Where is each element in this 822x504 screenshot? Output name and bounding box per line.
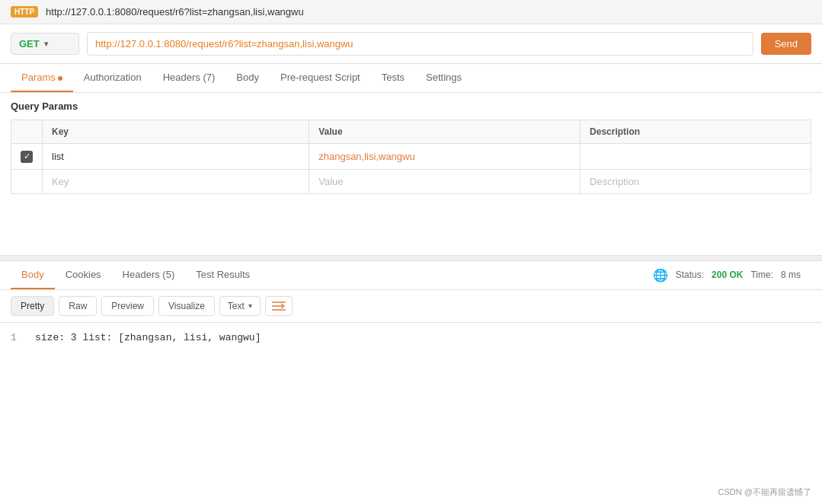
response-tabs-bar: Body Cookies Headers (5) Test Results 🌐 … <box>0 261 822 290</box>
wrap-button[interactable] <box>265 296 293 316</box>
row-value[interactable]: zhangsan,lisi,wangwu <box>309 144 581 170</box>
new-row-key[interactable]: Key <box>43 169 309 193</box>
method-select[interactable]: GET ▾ <box>11 33 79 55</box>
request-tabs-bar: Params Authorization Headers (7) Body Pr… <box>0 64 822 93</box>
new-key-placeholder: Key <box>52 176 69 187</box>
tab-response-headers[interactable]: Headers (5) <box>112 261 186 289</box>
response-code-area: 1 size: 3 list: [zhangsan, lisi, wangwu] <box>0 323 822 352</box>
checkbox-checked-icon: ✓ <box>21 151 33 163</box>
request-bar: GET ▾ Send <box>0 24 822 64</box>
tab-response-body[interactable]: Body <box>11 261 55 289</box>
tab-response-cookies[interactable]: Cookies <box>55 261 112 289</box>
format-label: Text <box>228 301 245 311</box>
tab-params[interactable]: Params <box>11 64 73 92</box>
tab-headers[interactable]: Headers (7) <box>152 64 226 92</box>
send-button[interactable]: Send <box>761 33 811 55</box>
globe-icon: 🌐 <box>653 268 668 282</box>
format-chevron-icon: ▾ <box>248 301 252 310</box>
chevron-down-icon: ▾ <box>44 40 48 48</box>
params-table: Key Value Description ✓ list zhangsan,li… <box>11 120 811 194</box>
tab-settings[interactable]: Settings <box>415 64 472 92</box>
tab-test-results[interactable]: Test Results <box>185 261 261 289</box>
tab-authorization[interactable]: Authorization <box>73 64 152 92</box>
row-description[interactable] <box>581 144 811 170</box>
http-badge: HTTP <box>11 6 38 18</box>
col-checkbox <box>11 120 43 144</box>
table-row-new: Key Value Description <box>11 169 811 193</box>
format-dropdown[interactable]: Text ▾ <box>219 296 261 316</box>
section-divider <box>0 255 822 261</box>
line-number: 1 <box>11 332 26 343</box>
tab-body[interactable]: Body <box>225 64 270 92</box>
url-input[interactable] <box>87 32 753 56</box>
time-value: 8 ms <box>781 270 801 280</box>
query-params-title: Query Params <box>0 93 822 120</box>
response-tabs-left: Body Cookies Headers (5) Test Results <box>11 261 261 289</box>
col-value-header: Value <box>309 120 581 144</box>
tab-tests[interactable]: Tests <box>371 64 415 92</box>
new-desc-placeholder: Description <box>590 176 639 187</box>
col-key-header: Key <box>43 120 309 144</box>
response-status: 🌐 Status: 200 OK Time: 8 ms <box>642 262 811 289</box>
new-row-desc[interactable]: Description <box>581 169 811 193</box>
params-table-wrapper: Key Value Description ✓ list zhangsan,li… <box>0 120 822 194</box>
row-checkbox-cell[interactable]: ✓ <box>11 144 43 170</box>
time-label: Time: <box>750 270 773 280</box>
view-raw-button[interactable]: Raw <box>59 296 97 316</box>
table-row: ✓ list zhangsan,lisi,wangwu <box>11 144 811 170</box>
new-row-value[interactable]: Value <box>309 169 581 193</box>
col-desc-header: Description <box>581 120 811 144</box>
status-label: Status: <box>676 270 704 280</box>
title-bar: HTTP http://127.0.0.1:8080/request/r6?li… <box>0 0 822 24</box>
new-value-placeholder: Value <box>318 176 343 187</box>
view-pretty-button[interactable]: Pretty <box>11 296 54 316</box>
response-toolbar: Pretty Raw Preview Visualize Text ▾ <box>0 290 822 323</box>
title-url: http://127.0.0.1:8080/request/r6?list=zh… <box>46 6 304 18</box>
tab-pre-request-script[interactable]: Pre-request Script <box>270 64 371 92</box>
row-key[interactable]: list <box>43 144 309 170</box>
new-row-checkbox[interactable] <box>11 169 43 193</box>
code-line-content: size: 3 list: [zhangsan, lisi, wangwu] <box>35 332 261 343</box>
row-value-text: zhangsan,lisi,wangwu <box>318 151 414 162</box>
view-preview-button[interactable]: Preview <box>101 296 154 316</box>
status-value: 200 OK <box>712 270 743 280</box>
method-label: GET <box>19 38 40 49</box>
view-visualize-button[interactable]: Visualize <box>158 296 215 316</box>
